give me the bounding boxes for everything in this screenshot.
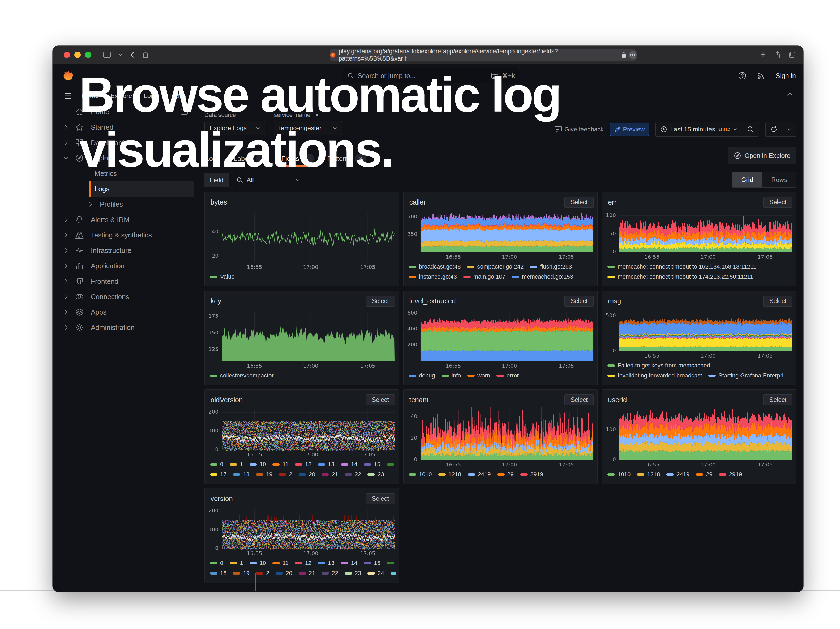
legend-item[interactable]: error <box>496 372 519 379</box>
legend-item[interactable]: compactor.go:242 <box>467 263 524 270</box>
grafana-logo[interactable] <box>62 70 74 82</box>
sidebar-item-administration[interactable]: Administration <box>52 320 194 335</box>
panel-chart[interactable] <box>205 308 399 371</box>
legend-item[interactable]: memcached.go:153 <box>512 273 573 280</box>
legend-item[interactable]: 1218 <box>438 471 461 478</box>
select-field-button[interactable]: Select <box>763 197 793 208</box>
tab-logs[interactable]: Logs <box>204 147 221 167</box>
select-field-button[interactable]: Select <box>366 296 395 307</box>
chevron-right-icon[interactable] <box>62 248 70 253</box>
close-window-button[interactable] <box>64 52 70 58</box>
remove-filter-icon[interactable] <box>315 113 319 117</box>
panel-chart[interactable] <box>404 210 598 263</box>
legend-item[interactable]: 2419 <box>666 471 690 478</box>
sidebar-item-infrastructure[interactable]: Infrastructure <box>52 243 194 258</box>
share-icon[interactable] <box>774 51 780 58</box>
sidebar-toggle-icon[interactable] <box>103 51 111 58</box>
panel-right-icon[interactable] <box>180 109 188 115</box>
tab-patterns[interactable]: Patterns8 <box>326 147 368 167</box>
legend-item[interactable]: 0 <box>210 461 223 468</box>
legend-item[interactable]: 11 <box>272 559 289 567</box>
chevron-right-icon[interactable] <box>62 325 70 330</box>
breadcrumb-item-logs[interactable]: Logs <box>144 92 158 100</box>
legend-item[interactable]: 22 <box>344 471 361 478</box>
select-field-button[interactable]: Select <box>564 394 594 405</box>
legend-item[interactable]: 19 <box>233 570 249 577</box>
legend-item[interactable]: 1 <box>230 559 243 567</box>
legend-item[interactable]: 18 <box>210 570 226 577</box>
preview-badge[interactable]: Preview <box>610 123 649 136</box>
legend-item[interactable]: 25 <box>390 570 396 577</box>
panel-chart[interactable] <box>205 506 399 559</box>
select-field-button[interactable]: Select <box>564 197 594 208</box>
field-chip[interactable]: Field <box>204 173 229 187</box>
legend-item[interactable]: 19 <box>256 471 272 478</box>
legend-item[interactable]: 2919 <box>520 471 543 478</box>
chevron-down-icon[interactable] <box>118 54 123 56</box>
url-bar[interactable]: play.grafana.org/a/grafana-lokiexplore-a… <box>330 49 636 61</box>
chevron-right-icon[interactable] <box>62 278 70 284</box>
legend-item[interactable]: 1 <box>230 461 243 468</box>
legend-item[interactable]: 14 <box>341 559 357 567</box>
legend-item[interactable]: debug <box>409 372 435 379</box>
legend-item[interactable]: 13 <box>318 559 334 567</box>
chevron-right-icon[interactable] <box>62 140 70 145</box>
sidebar-item-explore[interactable]: Explore <box>52 150 194 166</box>
legend-item[interactable]: 10 <box>249 461 266 468</box>
legend-item[interactable]: 29 <box>696 471 712 478</box>
tab-overview-icon[interactable] <box>788 52 796 58</box>
help-icon[interactable] <box>738 71 747 80</box>
legend-item[interactable]: 2919 <box>719 471 742 478</box>
minimize-window-button[interactable] <box>74 52 81 58</box>
legend-item[interactable]: 12 <box>295 559 311 567</box>
sidebar-item-starred[interactable]: Starred <box>52 120 194 135</box>
breadcrumb-item-explore[interactable]: Explore <box>111 92 132 100</box>
chevron-right-icon[interactable] <box>62 232 70 238</box>
legend-item[interactable]: main.go:107 <box>463 273 505 280</box>
legend-item[interactable]: instance.go:43 <box>409 273 457 280</box>
legend-item[interactable]: 23 <box>368 471 384 478</box>
legend-item[interactable]: 14 <box>341 461 357 468</box>
chevron-right-icon[interactable] <box>62 217 70 223</box>
layout-toggle-rows[interactable]: Rows <box>762 172 796 187</box>
chevron-right-icon[interactable] <box>62 294 70 300</box>
legend-item[interactable]: 21 <box>299 570 315 577</box>
legend-item[interactable]: 13 <box>318 461 334 468</box>
legend-item[interactable]: 2 <box>279 471 292 478</box>
open-in-explore-button[interactable]: Open in Explore <box>728 147 796 164</box>
legend-item[interactable]: broadcast.go:48 <box>409 263 461 270</box>
chevron-right-icon[interactable] <box>62 124 70 130</box>
datasource-select[interactable]: Explore Logs <box>204 121 265 135</box>
search-input[interactable]: Search or jump to... ⌘+k <box>342 68 520 84</box>
tab-fields[interactable]: Fields <box>280 147 314 167</box>
select-field-button[interactable]: Select <box>763 296 793 307</box>
legend-item[interactable]: 12 <box>295 461 311 468</box>
news-rss-icon[interactable] <box>757 72 765 80</box>
field-search-select[interactable]: All <box>232 173 304 187</box>
legend-item[interactable]: 2 <box>256 570 269 577</box>
give-feedback-button[interactable]: Give feedback <box>554 126 604 133</box>
legend-item[interactable]: 16 <box>387 461 396 468</box>
select-field-button[interactable]: Select <box>763 394 793 405</box>
sidebar-item-dashboards[interactable]: Dashboards <box>52 135 194 150</box>
sidebar-item-apps[interactable]: Apps <box>52 304 194 320</box>
url-more-icon[interactable]: ••• <box>629 51 636 59</box>
zoom-window-button[interactable] <box>85 52 91 58</box>
legend-item[interactable]: 10 <box>249 559 266 567</box>
legend-item[interactable]: 2419 <box>468 471 491 478</box>
sidebar-item-connections[interactable]: Connections <box>52 289 194 304</box>
chevron-right-icon[interactable] <box>62 263 70 269</box>
panel-chart[interactable] <box>602 308 796 362</box>
legend-item[interactable]: collectors/compactor <box>210 372 274 379</box>
legend-item[interactable]: 29 <box>497 471 514 478</box>
legend-item[interactable]: warn <box>467 372 490 379</box>
collapse-section-icon[interactable] <box>786 92 793 96</box>
panel-chart[interactable] <box>602 407 796 471</box>
panel-chart[interactable] <box>404 308 598 371</box>
panel-chart[interactable] <box>205 407 399 460</box>
legend-item[interactable]: 15 <box>364 461 380 468</box>
new-tab-icon[interactable] <box>760 52 766 58</box>
layout-toggle-grid[interactable]: Grid <box>732 172 762 187</box>
sidebar-item-profiles[interactable]: Profiles <box>89 197 194 212</box>
legend-item[interactable]: 1010 <box>608 471 630 478</box>
